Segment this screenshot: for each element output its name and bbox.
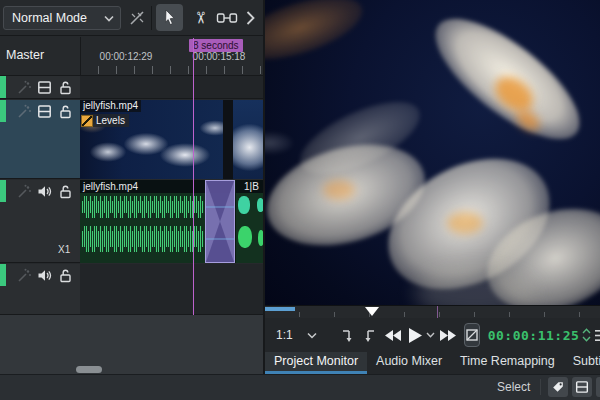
zone-out-icon [362, 328, 377, 343]
chevron-down-icon [426, 332, 435, 338]
spin-up-icon [582, 328, 591, 334]
track-header-a1[interactable]: X1 [0, 180, 80, 263]
track-lane-a1: jellyfish.mp4 1|B [80, 180, 263, 263]
video-clip[interactable]: jellyfish.mp4 Levels [80, 100, 223, 179]
timeline-playhead[interactable] [193, 38, 194, 315]
selection-tool-button[interactable] [156, 4, 183, 31]
audio-crossfade-mix[interactable] [205, 180, 235, 263]
monitor-menu-button[interactable] [595, 322, 600, 348]
effects-wand-icon[interactable] [17, 80, 32, 95]
audio-clip[interactable]: 1|B [235, 180, 263, 263]
timeline-ruler[interactable]: 00:00:12:29 00:00:15:18 8 seconds [80, 37, 263, 76]
monitor-tabs: Project Monitor Audio Mixer Time Remappi… [265, 352, 600, 374]
spacer-tool-button[interactable] [215, 9, 239, 27]
tab-audio-mixer[interactable]: Audio Mixer [367, 352, 451, 374]
lock-icon[interactable] [58, 80, 73, 95]
rewind-button[interactable] [385, 322, 402, 348]
fast-forward-icon [439, 329, 456, 342]
timecode-spinner[interactable] [582, 328, 591, 342]
film-frame-icon [575, 380, 589, 394]
track-lane-a2[interactable] [80, 264, 263, 315]
tab-time-remapping[interactable]: Time Remapping [451, 352, 564, 374]
chevron-down-icon [104, 15, 114, 22]
zone-mode-icon [465, 328, 479, 342]
timeline-toolbar: Normal Mode ✂ [0, 0, 263, 36]
clip-gap [223, 100, 233, 179]
fast-forward-button[interactable] [439, 322, 456, 348]
track-mix-indicator: X1 [58, 244, 70, 255]
jellyfish [265, 0, 370, 72]
tab-subtitles[interactable]: Subtitles [564, 352, 600, 374]
monitor-timecode[interactable]: 00:00:11:25 [488, 328, 580, 343]
tag-button[interactable] [548, 377, 568, 397]
selection-tool-icon [162, 9, 177, 26]
set-zone-out-button[interactable] [362, 322, 377, 348]
hamburger-menu-icon [595, 330, 600, 341]
active-tool-label: Select [497, 380, 530, 394]
ruler-ticks [81, 66, 264, 74]
lock-icon[interactable] [58, 184, 73, 199]
monitor-toolbar: 1:1 00:00:11:25 [265, 318, 600, 352]
speaker-icon[interactable] [37, 268, 52, 283]
razor-tool-button[interactable]: ✂ [188, 5, 212, 31]
loop-zone-button[interactable] [464, 323, 480, 347]
waveform-left-channel [82, 196, 204, 218]
rewind-icon [385, 329, 402, 342]
track-lane-v2[interactable] [80, 76, 263, 99]
monitor-zone-bar[interactable] [265, 307, 295, 311]
timeline-empty-area [0, 315, 263, 374]
set-zone-in-button[interactable] [340, 322, 355, 348]
edit-mode-dropdown[interactable]: Normal Mode [3, 6, 121, 30]
effect-badge[interactable]: Levels [81, 114, 129, 127]
chevron-right-icon [246, 11, 255, 25]
horizontal-scrollbar[interactable] [76, 366, 102, 373]
clip-monitor-button[interactable] [572, 377, 592, 397]
toolbar-separator [151, 6, 152, 30]
toolbar-expand-button[interactable] [242, 9, 258, 27]
waveform-blob [238, 196, 250, 214]
mix-clips-button[interactable] [127, 9, 147, 27]
target-track-indicator[interactable] [0, 76, 6, 98]
monitor-ruler[interactable] [265, 305, 600, 318]
effects-wand-icon[interactable] [17, 104, 32, 119]
jellyfish-glow [323, 180, 355, 200]
monitor-playhead[interactable] [365, 307, 379, 316]
track-lane-v1: jellyfish.mp4 Levels [80, 100, 263, 179]
waveform-blob [238, 226, 252, 248]
effects-wand-icon[interactable] [17, 268, 32, 283]
target-track-indicator[interactable] [0, 180, 6, 202]
ruler-timecode: 00:00:12:29 [88, 51, 164, 62]
monitor-ruler-ticks [265, 312, 600, 317]
zone-in-icon [340, 328, 355, 343]
tab-project-monitor[interactable]: Project Monitor [265, 352, 367, 374]
waveform-right-channel [82, 226, 204, 252]
edit-mode-value: Normal Mode [12, 11, 104, 25]
effects-wand-icon[interactable] [17, 184, 32, 199]
zone-duration-badge: 8 seconds [189, 39, 243, 52]
target-track-indicator[interactable] [0, 264, 6, 286]
speaker-icon[interactable] [37, 184, 52, 199]
monitor-zoom-dropdown[interactable]: 1:1 [276, 322, 317, 348]
fit-zoom-button[interactable] [596, 377, 600, 397]
play-icon [408, 327, 423, 344]
spacer-tool-icon [216, 11, 238, 25]
lock-icon[interactable] [58, 104, 73, 119]
video-clip[interactable] [233, 100, 263, 179]
clip-name-label: 1|B [236, 180, 263, 193]
video-track-icon[interactable] [37, 104, 52, 119]
play-options-button[interactable] [426, 322, 435, 348]
jellyfish [265, 132, 293, 154]
kdenlive-window: Normal Mode ✂ [0, 0, 600, 400]
track-header-a2[interactable] [0, 264, 80, 315]
tag-icon [551, 380, 565, 394]
razor-tool-icon: ✂ [192, 11, 208, 24]
track-header-v1[interactable] [0, 100, 80, 179]
video-track-icon[interactable] [37, 80, 52, 95]
play-button[interactable] [408, 322, 423, 348]
project-monitor-video [265, 0, 600, 305]
track-header-v2[interactable] [0, 76, 80, 99]
lock-icon[interactable] [58, 268, 73, 283]
spin-down-icon [582, 336, 591, 342]
master-track-label[interactable]: Master [6, 48, 44, 62]
target-track-indicator[interactable] [0, 100, 6, 122]
